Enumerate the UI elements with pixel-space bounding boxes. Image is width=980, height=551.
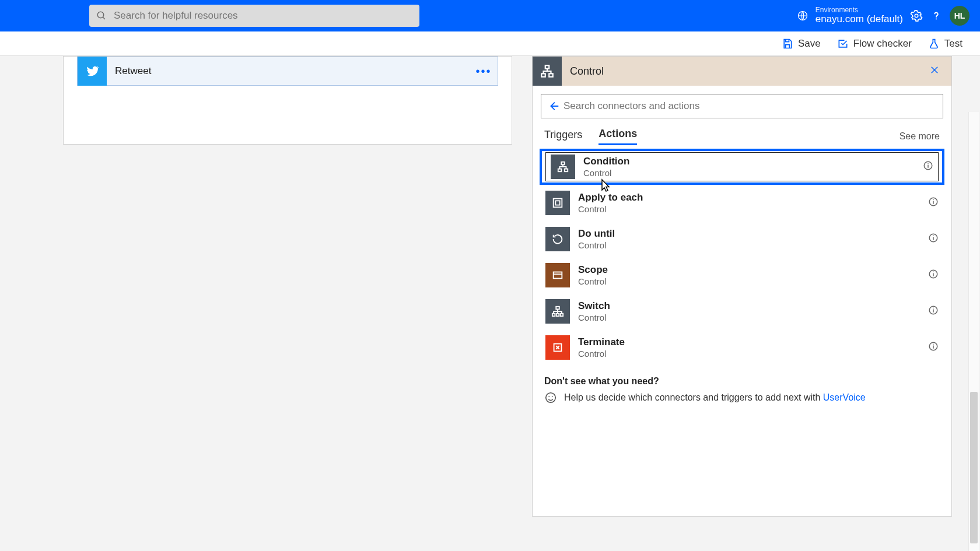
retweet-action-card[interactable]: Retweet ••• — [77, 57, 498, 86]
svg-point-27 — [933, 272, 934, 273]
panel-title: Control — [562, 65, 929, 78]
tab-actions[interactable]: Actions — [598, 128, 637, 145]
app-header: Environments enayu.com (default) HL — [0, 0, 980, 31]
action-condition[interactable]: Condition Control — [540, 149, 944, 185]
svg-point-40 — [933, 344, 934, 345]
svg-point-0 — [97, 12, 104, 18]
footer-heading: Don't see what you need? — [544, 376, 940, 387]
info-icon — [928, 341, 939, 352]
action-search-input[interactable] — [564, 100, 940, 112]
action-name: Terminate — [578, 336, 625, 348]
action-scope[interactable]: Scope Control — [540, 257, 944, 293]
info-icon — [928, 196, 939, 207]
action-info[interactable] — [928, 269, 939, 282]
control-connector-icon — [533, 57, 562, 86]
flow-step-container: Retweet ••• — [63, 56, 512, 145]
action-do-until[interactable]: Do until Control — [540, 221, 944, 257]
action-info[interactable] — [923, 160, 933, 173]
flask-icon — [928, 38, 940, 50]
footer-help-text: Help us decide which connectors and trig… — [564, 392, 823, 402]
action-terminate[interactable]: Terminate Control — [540, 329, 944, 366]
command-bar: Save Flow checker Test — [0, 31, 980, 56]
action-search[interactable] — [541, 94, 943, 118]
panel-footer: Don't see what you need? Help us decide … — [544, 376, 940, 404]
tab-triggers[interactable]: Triggers — [544, 129, 582, 145]
tree-icon — [540, 64, 555, 79]
action-picker-panel: Control Triggers Actions See more — [532, 56, 952, 517]
test-label: Test — [944, 38, 963, 50]
svg-rect-12 — [565, 169, 568, 172]
action-switch[interactable]: Switch Control — [540, 293, 944, 329]
card-more-menu[interactable]: ••• — [470, 65, 498, 78]
panel-header: Control — [533, 57, 951, 86]
info-icon — [923, 160, 933, 171]
save-button[interactable]: Save — [782, 38, 821, 50]
svg-rect-30 — [556, 314, 559, 317]
svg-point-3 — [915, 14, 918, 17]
settings-button[interactable] — [910, 9, 923, 22]
global-search-input[interactable] — [114, 10, 412, 22]
flow-checker-button[interactable]: Flow checker — [837, 38, 912, 50]
svg-rect-23 — [554, 272, 562, 279]
svg-point-15 — [928, 163, 929, 164]
svg-rect-16 — [554, 199, 562, 208]
action-info[interactable] — [928, 341, 939, 354]
do-until-icon — [545, 227, 570, 251]
user-avatar[interactable]: HL — [950, 6, 970, 26]
vertical-scrollbar[interactable] — [968, 112, 979, 551]
see-more-link[interactable]: See more — [900, 131, 940, 142]
search-icon — [96, 10, 107, 21]
action-info[interactable] — [928, 196, 939, 209]
help-icon — [930, 9, 943, 22]
action-name: Condition — [583, 156, 629, 167]
info-icon — [928, 233, 939, 243]
action-list: Condition Control Apply to each Control — [540, 149, 944, 366]
action-connector: Control — [578, 276, 608, 286]
svg-rect-6 — [541, 73, 545, 76]
svg-line-1 — [103, 17, 105, 19]
uservoice-link[interactable]: UserVoice — [823, 392, 866, 402]
test-button[interactable]: Test — [928, 38, 963, 50]
global-search[interactable] — [89, 5, 419, 27]
env-name: enayu.com (default) — [816, 13, 903, 24]
action-name: Do until — [578, 228, 615, 240]
terminate-icon — [545, 335, 570, 360]
scrollbar-thumb[interactable] — [970, 392, 978, 543]
action-connector: Control — [578, 313, 610, 322]
apply-to-each-icon — [545, 191, 570, 215]
svg-point-42 — [548, 396, 550, 397]
flow-checker-icon — [837, 38, 849, 50]
svg-rect-7 — [549, 73, 553, 76]
smiley-icon — [544, 391, 557, 404]
scope-icon — [545, 263, 570, 287]
info-icon — [928, 305, 939, 315]
close-button[interactable] — [929, 65, 951, 78]
svg-point-19 — [933, 199, 934, 201]
action-connector: Control — [578, 204, 643, 214]
close-icon — [929, 65, 940, 75]
flow-checker-label: Flow checker — [853, 38, 912, 50]
action-name: Switch — [578, 300, 610, 312]
action-name: Scope — [578, 264, 608, 276]
back-arrow-icon — [547, 100, 560, 113]
env-label: Environments — [816, 6, 903, 13]
condition-icon — [551, 155, 575, 179]
svg-point-22 — [933, 236, 934, 237]
svg-rect-10 — [561, 162, 565, 165]
switch-icon — [545, 299, 570, 324]
action-info[interactable] — [928, 305, 939, 318]
svg-rect-28 — [556, 307, 559, 310]
back-button[interactable] — [544, 100, 564, 113]
action-connector: Control — [578, 349, 625, 359]
environment-picker[interactable]: Environments enayu.com (default) — [797, 6, 903, 25]
action-apply-to-each[interactable]: Apply to each Control — [540, 185, 944, 221]
action-info[interactable] — [928, 233, 939, 245]
help-button[interactable] — [930, 9, 943, 22]
svg-point-43 — [552, 396, 553, 397]
picker-tabs: Triggers Actions See more — [544, 128, 940, 145]
globe-icon — [797, 10, 808, 22]
twitter-connector-icon — [78, 57, 107, 86]
svg-rect-11 — [558, 169, 562, 172]
svg-rect-31 — [561, 314, 564, 317]
action-connector: Control — [583, 168, 629, 178]
